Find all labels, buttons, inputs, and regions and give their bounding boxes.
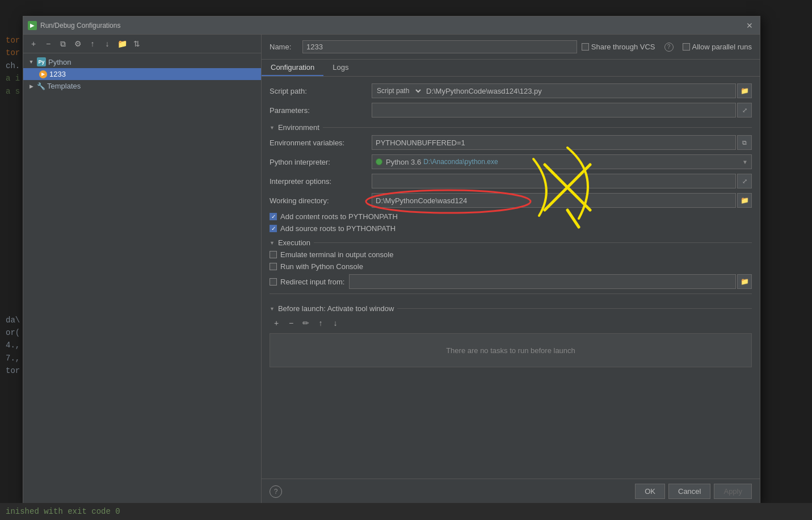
tab-logs[interactable]: Logs	[323, 60, 357, 76]
run-python-console-label: Run with Python Console	[280, 262, 363, 271]
config-panel: Script path: Script path 📁 Parameters: ⤢	[262, 77, 760, 479]
tabs-row: Configuration Logs	[262, 60, 760, 77]
config-tree: ▼ Py Python ▶ 1233 ▶ 🔧 Templates	[23, 53, 261, 504]
environment-section-arrow: ▼	[270, 125, 275, 131]
before-launch-label: Before launch: Activate tool window	[278, 304, 394, 313]
dialog-body: + − ⧉ ⚙ ↑ ↓ 📁 ⇅ ▼ Py Python ▶ 1233	[23, 35, 760, 504]
parameters-expand-button[interactable]: ⤢	[737, 103, 752, 118]
dialog-title-icon: ▶	[28, 21, 37, 30]
name-input[interactable]	[302, 40, 577, 53]
footer-help-icon[interactable]: ?	[270, 485, 282, 498]
working-dir-label: Working directory:	[270, 196, 372, 205]
interpreter-options-input[interactable]	[372, 174, 736, 188]
parameters-row: Parameters: ⤢	[270, 103, 752, 118]
redirect-input-row: Redirect input from: 📁	[270, 274, 752, 289]
name-row: Name: Share through VCS ? Allow parallel…	[262, 35, 760, 60]
add-content-roots-row: ✓ Add content roots to PYTHONPATH	[270, 212, 752, 221]
interpreter-row: Python interpreter: Python 3.6 D:\Anacon…	[270, 154, 752, 169]
left-toolbar: + − ⧉ ⚙ ↑ ↓ 📁 ⇅	[23, 35, 261, 53]
templates-arrow: ▶	[28, 83, 35, 90]
python-group-arrow: ▼	[28, 58, 35, 65]
tree-item-1233-label: 1233	[49, 70, 66, 78]
name-label: Name:	[270, 43, 298, 51]
redirect-input-folder-button[interactable]: 📁	[737, 274, 752, 289]
script-path-folder-button[interactable]: 📁	[737, 83, 752, 98]
remove-config-button[interactable]: −	[41, 37, 55, 51]
templates-label: Templates	[47, 82, 81, 90]
emulate-terminal-row: Emulate terminal in output console	[270, 250, 752, 259]
move-up-config-button[interactable]: ↑	[86, 37, 99, 51]
dialog-titlebar: ▶ Run/Debug Configurations ✕	[23, 16, 760, 35]
parameters-label: Parameters:	[270, 106, 372, 115]
working-dir-row: Working directory: 📁	[270, 193, 752, 208]
copy-config-button[interactable]: ⧉	[56, 37, 70, 51]
redirect-input-input[interactable]	[349, 274, 736, 289]
allow-parallel-label[interactable]: Allow parallel runs	[683, 43, 752, 51]
script-path-type-select[interactable]: Script path	[372, 83, 423, 98]
interpreter-options-expand-button[interactable]: ⤢	[737, 174, 752, 188]
redirect-input-checkbox[interactable]	[270, 278, 277, 286]
execution-section-label: Execution	[278, 238, 310, 247]
env-vars-label: Environment variables:	[270, 139, 372, 147]
launch-edit-button[interactable]: ✏	[299, 316, 313, 330]
share-vcs-label[interactable]: Share through VCS	[582, 43, 655, 51]
share-vcs-checkbox[interactable]	[582, 43, 589, 51]
apply-button[interactable]: Apply	[714, 484, 752, 499]
launch-toolbar: + − ✏ ↑ ↓	[270, 316, 752, 330]
env-vars-input[interactable]	[372, 135, 736, 150]
launch-move-down-button[interactable]: ↓	[329, 316, 342, 330]
launch-remove-button[interactable]: −	[284, 316, 298, 330]
emulate-terminal-checkbox[interactable]	[270, 251, 277, 258]
interpreter-path: D:\Anaconda\python.exe	[423, 158, 498, 166]
parameters-input[interactable]	[372, 103, 736, 118]
allow-parallel-checkbox[interactable]	[683, 43, 690, 51]
python-group-label: Python	[48, 58, 71, 66]
environment-section-label: Environment	[278, 123, 319, 132]
add-source-roots-checkbox[interactable]: ✓	[270, 225, 277, 232]
script-path-row: Script path: Script path 📁	[270, 83, 752, 98]
environment-section-line	[323, 127, 752, 128]
interpreter-select[interactable]: Python 3.6 D:\Anaconda\python.exe ▼	[372, 154, 752, 169]
sort-config-button[interactable]: ⇅	[130, 37, 144, 51]
working-dir-input[interactable]	[372, 193, 736, 208]
share-vcs-help-icon[interactable]: ?	[664, 43, 674, 52]
launch-add-button[interactable]: +	[270, 316, 283, 330]
ok-button[interactable]: OK	[635, 484, 665, 499]
folder-config-button[interactable]: 📁	[115, 37, 129, 51]
launch-move-up-button[interactable]: ↑	[314, 316, 327, 330]
redirect-input-label: Redirect input from:	[280, 278, 344, 286]
add-source-roots-label: Add source roots to PYTHONPATH	[280, 224, 396, 233]
share-vcs-text: Share through VCS	[591, 43, 655, 51]
before-launch-arrow: ▼	[270, 306, 275, 312]
interpreter-label: Python interpreter:	[270, 158, 372, 166]
add-source-roots-row: ✓ Add source roots to PYTHONPATH	[270, 224, 752, 233]
tree-templates[interactable]: ▶ 🔧 Templates	[23, 80, 261, 92]
run-config-icon: ▶	[39, 70, 47, 78]
dialog-title-area: ▶ Run/Debug Configurations	[28, 21, 120, 30]
script-path-label: Script path:	[270, 87, 372, 95]
launch-table: There are no tasks to run before launch	[270, 333, 752, 367]
execution-section-header: ▼ Execution	[270, 238, 752, 247]
interpreter-chevron-icon: ▼	[742, 159, 748, 165]
move-down-config-button[interactable]: ↓	[100, 37, 114, 51]
env-vars-copy-button[interactable]: ⧉	[737, 135, 752, 150]
environment-section-header: ▼ Environment	[270, 123, 752, 132]
cancel-button[interactable]: Cancel	[668, 484, 710, 499]
right-panel: Name: Share through VCS ? Allow parallel…	[262, 35, 760, 504]
interpreter-options-label: Interpreter options:	[270, 177, 372, 186]
run-python-console-checkbox[interactable]	[270, 263, 277, 270]
interpreter-green-dot	[376, 158, 382, 165]
before-launch-line	[397, 308, 752, 309]
tree-python-group[interactable]: ▼ Py Python	[23, 56, 261, 68]
tab-configuration[interactable]: Configuration	[262, 60, 323, 76]
tree-item-1233[interactable]: ▶ 1233	[23, 68, 261, 80]
script-path-input[interactable]	[423, 83, 736, 98]
add-config-button[interactable]: +	[27, 37, 40, 51]
dialog-footer: ? OK Cancel Apply	[262, 479, 760, 504]
settings-config-button[interactable]: ⚙	[71, 37, 85, 51]
working-dir-folder-button[interactable]: 📁	[737, 193, 752, 208]
add-content-roots-checkbox[interactable]: ✓	[270, 213, 277, 220]
env-vars-row: Environment variables: ⧉	[270, 135, 752, 150]
close-button[interactable]: ✕	[744, 20, 755, 31]
python-group-icon: Py	[37, 57, 46, 66]
